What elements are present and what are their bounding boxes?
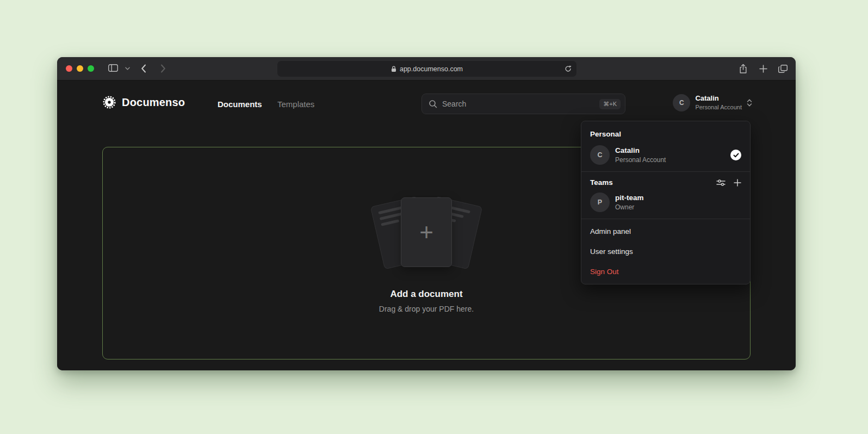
chevron-up-down-icon — [747, 98, 752, 107]
documents-illustration: + — [364, 193, 489, 275]
chevron-down-icon — [125, 67, 130, 70]
document-card-front: + — [401, 197, 452, 267]
sidebar-toggle-button[interactable] — [108, 64, 118, 72]
menu-item-user-settings[interactable]: User settings — [581, 241, 750, 262]
forward-button[interactable] — [160, 64, 166, 73]
overlapping-squares-icon — [778, 65, 788, 73]
minimize-window-button[interactable] — [77, 65, 83, 72]
menu-item-sign-out[interactable]: Sign Out — [581, 262, 750, 282]
menu-item-team-pit-team[interactable]: P pit-team Owner — [581, 190, 750, 218]
team-role: Owner — [615, 203, 644, 212]
desktop-background: app.documenso.com — [0, 0, 868, 434]
dropzone-title: Add a document — [390, 289, 462, 300]
menu-teams-header: Teams — [581, 174, 750, 190]
team-name: pit-team — [615, 193, 644, 203]
menu-section-teams: Teams — [590, 178, 708, 187]
sidebar-chevron-button[interactable] — [125, 67, 130, 70]
menu-item-personal-account[interactable]: C Catalin Personal Account — [581, 142, 750, 170]
nav-documents[interactable]: Documents — [218, 100, 262, 109]
plus-icon — [734, 179, 741, 187]
selected-check-icon — [730, 150, 741, 160]
brand-name: Documenso — [122, 96, 185, 109]
account-type: Personal Account — [695, 103, 742, 111]
browser-window: app.documenso.com — [57, 57, 796, 370]
share-icon — [739, 64, 747, 74]
account-name: Catalin — [695, 94, 742, 103]
dropzone-subtitle: Drag & drop your PDF here. — [379, 305, 474, 313]
personal-type: Personal Account — [615, 156, 666, 164]
team-avatar: P — [590, 193, 610, 212]
tab-overview-button[interactable] — [778, 65, 788, 73]
add-team-button[interactable] — [734, 179, 741, 187]
lock-icon — [391, 66, 396, 72]
zoom-window-button[interactable] — [88, 65, 94, 72]
reload-button[interactable] — [565, 65, 572, 74]
close-window-button[interactable] — [66, 65, 72, 72]
back-button[interactable] — [141, 64, 146, 73]
address-bar[interactable]: app.documenso.com — [277, 61, 576, 77]
search-icon — [429, 100, 437, 108]
brand[interactable]: Documenso — [102, 95, 185, 109]
search-box[interactable]: ⌘+K — [421, 94, 625, 114]
browser-toolbar: app.documenso.com — [57, 57, 796, 80]
menu-divider — [581, 219, 750, 219]
reload-icon — [565, 65, 572, 72]
documenso-logo-icon — [102, 95, 116, 109]
nav-templates[interactable]: Templates — [277, 100, 314, 109]
add-document-plus-icon: + — [419, 220, 433, 244]
window-controls — [66, 65, 94, 72]
account-avatar: C — [673, 94, 690, 111]
manage-teams-button[interactable] — [716, 179, 726, 187]
sidebar-toggle-icon — [108, 64, 118, 72]
personal-avatar: C — [590, 145, 610, 165]
account-dropdown-menu: Personal C Catalin Personal Account — [581, 121, 751, 284]
new-tab-button[interactable] — [759, 65, 767, 73]
search-shortcut-badge: ⌘+K — [599, 99, 621, 109]
url-text: app.documenso.com — [400, 65, 463, 73]
documenso-app: Documenso Documents Templates ⌘+K C Cata… — [57, 80, 796, 370]
sliders-icon — [716, 179, 726, 187]
personal-name: Catalin — [615, 146, 666, 156]
search-input[interactable] — [442, 100, 594, 108]
menu-item-admin-panel[interactable]: Admin panel — [581, 221, 750, 241]
chevron-left-icon — [141, 64, 146, 73]
share-button[interactable] — [739, 64, 747, 74]
menu-section-personal: Personal — [581, 125, 750, 142]
plus-icon — [759, 65, 767, 73]
account-menu-button[interactable]: C Catalin Personal Account — [673, 94, 752, 111]
chevron-right-icon — [160, 64, 166, 73]
menu-divider — [581, 171, 750, 172]
